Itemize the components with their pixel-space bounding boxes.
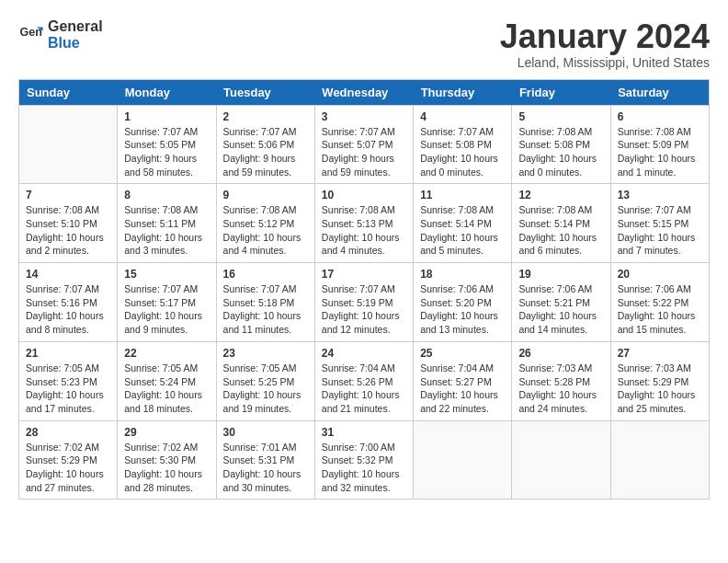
day-info: Sunrise: 7:08 AM Sunset: 5:08 PM Dayligh… [518,125,603,179]
day-number: 16 [223,268,308,281]
calendar-cell: 26Sunrise: 7:03 AM Sunset: 5:28 PM Dayli… [512,341,610,420]
header-friday: Friday [512,79,610,105]
day-number: 24 [322,347,406,360]
calendar-cell: 31Sunrise: 7:00 AM Sunset: 5:32 PM Dayli… [314,420,413,500]
day-number: 6 [618,110,702,123]
calendar-cell: 17Sunrise: 7:07 AM Sunset: 5:19 PM Dayli… [314,263,413,342]
calendar-cell: 16Sunrise: 7:07 AM Sunset: 5:18 PM Dayli… [216,263,314,342]
day-number: 1 [124,110,209,123]
calendar-subtitle: Leland, Mississippi, United States [500,55,710,70]
day-number: 2 [223,110,308,123]
day-info: Sunrise: 7:01 AM Sunset: 5:31 PM Dayligh… [223,441,308,495]
day-info: Sunrise: 7:08 AM Sunset: 5:12 PM Dayligh… [223,203,308,258]
calendar-cell: 6Sunrise: 7:08 AM Sunset: 5:09 PM Daylig… [610,105,709,184]
header-tuesday: Tuesday [216,79,314,105]
day-number: 13 [618,189,702,201]
week-row-2: 7Sunrise: 7:08 AM Sunset: 5:10 PM Daylig… [19,184,710,263]
logo: Gen General Blue [18,18,103,52]
calendar-cell: 27Sunrise: 7:03 AM Sunset: 5:29 PM Dayli… [610,341,709,420]
day-number: 4 [420,110,505,123]
calendar-cell: 30Sunrise: 7:01 AM Sunset: 5:31 PM Dayli… [216,420,314,500]
calendar-cell: 2Sunrise: 7:07 AM Sunset: 5:06 PM Daylig… [216,105,314,184]
header-sunday: Sunday [19,79,118,105]
calendar-cell: 21Sunrise: 7:05 AM Sunset: 5:23 PM Dayli… [19,341,118,420]
day-info: Sunrise: 7:04 AM Sunset: 5:26 PM Dayligh… [322,362,406,416]
day-info: Sunrise: 7:03 AM Sunset: 5:28 PM Dayligh… [518,362,603,416]
week-row-3: 14Sunrise: 7:07 AM Sunset: 5:16 PM Dayli… [19,263,710,342]
calendar-cell: 7Sunrise: 7:08 AM Sunset: 5:10 PM Daylig… [19,184,118,263]
day-number: 3 [322,110,406,123]
logo-icon: Gen [18,22,44,48]
header: Gen General Blue January 2024 Leland, Mi… [18,18,710,70]
day-info: Sunrise: 7:02 AM Sunset: 5:29 PM Dayligh… [26,441,110,495]
week-row-4: 21Sunrise: 7:05 AM Sunset: 5:23 PM Dayli… [19,341,710,420]
calendar-cell: 29Sunrise: 7:02 AM Sunset: 5:30 PM Dayli… [118,420,216,500]
day-info: Sunrise: 7:06 AM Sunset: 5:20 PM Dayligh… [420,282,505,337]
calendar-cell: 3Sunrise: 7:07 AM Sunset: 5:07 PM Daylig… [314,105,413,184]
day-number: 8 [124,189,209,201]
calendar-cell: 22Sunrise: 7:05 AM Sunset: 5:24 PM Dayli… [118,341,216,420]
calendar-cell: 9Sunrise: 7:08 AM Sunset: 5:12 PM Daylig… [216,184,314,263]
day-number: 28 [26,426,110,439]
calendar-table: Sunday Monday Tuesday Wednesday Thursday… [18,79,710,500]
calendar-cell: 14Sunrise: 7:07 AM Sunset: 5:16 PM Dayli… [19,263,118,342]
day-number: 15 [124,268,209,281]
day-number: 21 [26,347,110,360]
day-info: Sunrise: 7:05 AM Sunset: 5:23 PM Dayligh… [26,362,110,416]
calendar-cell: 10Sunrise: 7:08 AM Sunset: 5:13 PM Dayli… [314,184,413,263]
day-number: 22 [124,347,209,360]
title-area: January 2024 Leland, Mississippi, United… [500,18,710,70]
day-info: Sunrise: 7:08 AM Sunset: 5:09 PM Dayligh… [618,125,702,179]
day-number: 11 [420,189,505,201]
calendar-cell: 12Sunrise: 7:08 AM Sunset: 5:14 PM Dayli… [512,184,610,263]
calendar-title: January 2024 [500,18,710,55]
day-info: Sunrise: 7:05 AM Sunset: 5:24 PM Dayligh… [124,362,209,416]
day-info: Sunrise: 7:07 AM Sunset: 5:17 PM Dayligh… [124,282,209,337]
calendar-cell [610,420,709,500]
day-number: 26 [518,347,603,360]
header-row: Sunday Monday Tuesday Wednesday Thursday… [19,79,710,105]
day-number: 18 [420,268,505,281]
calendar-cell: 1Sunrise: 7:07 AM Sunset: 5:05 PM Daylig… [118,105,216,184]
calendar-cell: 5Sunrise: 7:08 AM Sunset: 5:08 PM Daylig… [512,105,610,184]
day-number: 12 [518,189,603,201]
day-info: Sunrise: 7:07 AM Sunset: 5:18 PM Dayligh… [223,282,308,337]
day-number: 19 [518,268,603,281]
calendar-cell: 24Sunrise: 7:04 AM Sunset: 5:26 PM Dayli… [314,341,413,420]
day-info: Sunrise: 7:07 AM Sunset: 5:05 PM Dayligh… [124,125,209,179]
day-info: Sunrise: 7:00 AM Sunset: 5:32 PM Dayligh… [322,441,406,495]
day-info: Sunrise: 7:08 AM Sunset: 5:14 PM Dayligh… [518,203,603,258]
header-monday: Monday [118,79,216,105]
day-info: Sunrise: 7:07 AM Sunset: 5:16 PM Dayligh… [26,282,110,337]
calendar-cell: 11Sunrise: 7:08 AM Sunset: 5:14 PM Dayli… [414,184,512,263]
day-number: 17 [322,268,406,281]
day-number: 9 [223,189,308,201]
calendar-cell: 13Sunrise: 7:07 AM Sunset: 5:15 PM Dayli… [610,184,709,263]
day-number: 14 [26,268,110,281]
day-number: 30 [223,426,308,439]
day-info: Sunrise: 7:05 AM Sunset: 5:25 PM Dayligh… [223,362,308,416]
calendar-cell: 25Sunrise: 7:04 AM Sunset: 5:27 PM Dayli… [414,341,512,420]
week-row-1: 1Sunrise: 7:07 AM Sunset: 5:05 PM Daylig… [19,105,710,184]
day-info: Sunrise: 7:08 AM Sunset: 5:10 PM Dayligh… [26,203,110,258]
day-info: Sunrise: 7:06 AM Sunset: 5:22 PM Dayligh… [618,282,702,337]
calendar-cell: 18Sunrise: 7:06 AM Sunset: 5:20 PM Dayli… [414,263,512,342]
calendar-cell: 20Sunrise: 7:06 AM Sunset: 5:22 PM Dayli… [610,263,709,342]
logo-wordmark: General Blue [48,18,103,52]
calendar-cell: 4Sunrise: 7:07 AM Sunset: 5:08 PM Daylig… [414,105,512,184]
day-info: Sunrise: 7:07 AM Sunset: 5:19 PM Dayligh… [322,282,406,337]
week-row-5: 28Sunrise: 7:02 AM Sunset: 5:29 PM Dayli… [19,420,710,500]
day-info: Sunrise: 7:08 AM Sunset: 5:11 PM Dayligh… [124,203,209,258]
logo-blue: Blue [48,35,80,51]
header-wednesday: Wednesday [314,79,413,105]
calendar-cell: 19Sunrise: 7:06 AM Sunset: 5:21 PM Dayli… [512,263,610,342]
day-info: Sunrise: 7:07 AM Sunset: 5:15 PM Dayligh… [618,203,702,258]
day-info: Sunrise: 7:02 AM Sunset: 5:30 PM Dayligh… [124,441,209,495]
day-number: 20 [618,268,702,281]
day-number: 23 [223,347,308,360]
header-saturday: Saturday [610,79,709,105]
day-info: Sunrise: 7:06 AM Sunset: 5:21 PM Dayligh… [518,282,603,337]
calendar-cell [19,105,118,184]
day-number: 29 [124,426,209,439]
day-info: Sunrise: 7:07 AM Sunset: 5:08 PM Dayligh… [420,125,505,179]
